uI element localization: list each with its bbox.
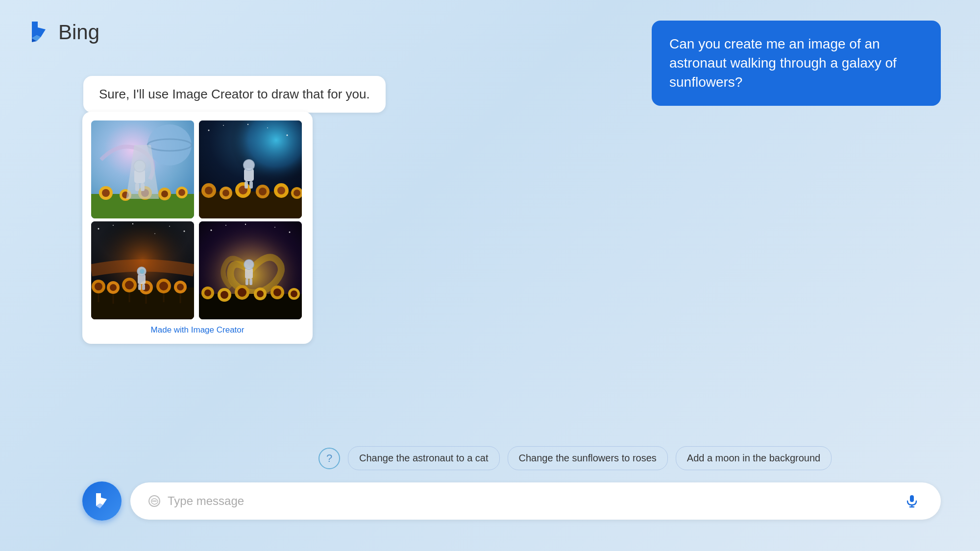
svg-point-44: [98, 228, 99, 230]
bot-response-content: Sure, I'll use Image Creator to draw tha…: [99, 87, 370, 101]
svg-point-85: [220, 291, 228, 299]
svg-rect-97: [249, 279, 252, 285]
svg-rect-16: [135, 183, 139, 191]
input-area: Type message: [82, 481, 941, 521]
svg-point-22: [287, 135, 288, 136]
suggestions-area: ? Change the astronaut to a cat Change t…: [318, 446, 941, 470]
svg-point-47: [169, 226, 170, 227]
svg-point-5: [102, 189, 110, 197]
svg-point-24: [247, 124, 248, 125]
svg-point-78: [289, 232, 291, 233]
svg-rect-96: [245, 279, 248, 285]
svg-point-37: [294, 190, 300, 196]
svg-point-20: [208, 130, 210, 131]
made-with-label: Made with Image Creator: [91, 325, 304, 335]
svg-point-59: [125, 281, 134, 289]
svg-point-35: [277, 187, 285, 194]
svg-rect-14: [134, 169, 145, 183]
svg-point-100: [154, 501, 155, 502]
image-creator-link[interactable]: Image Creator: [191, 325, 245, 335]
svg-point-65: [159, 282, 168, 290]
svg-rect-72: [138, 284, 141, 290]
svg-point-46: [184, 231, 185, 232]
svg-point-8: [138, 186, 152, 200]
bing-logo-icon: [27, 20, 52, 45]
suggestion-chip-1[interactable]: Change the astronaut to a cat: [348, 446, 500, 470]
mic-icon: [905, 494, 919, 508]
user-message-text: Can you create me an image of an astrona…: [669, 36, 897, 90]
generated-image-4[interactable]: [199, 221, 302, 319]
bing-button-icon: [92, 491, 112, 511]
bot-response: Sure, I'll use Image Creator to draw tha…: [83, 76, 386, 113]
generated-image-1[interactable]: [91, 120, 194, 218]
svg-point-68: [177, 284, 184, 290]
svg-point-95: [244, 260, 254, 269]
svg-rect-17: [141, 183, 145, 191]
suggestion-chip-3[interactable]: Add a moon in the background: [676, 446, 832, 470]
bot-response-text: Sure, I'll use Image Creator to draw tha…: [83, 76, 386, 113]
bing-logo-text: Bing: [58, 21, 99, 44]
header: Bing: [27, 20, 99, 45]
generated-image-3[interactable]: [91, 221, 194, 319]
chat-icon: [148, 495, 161, 507]
svg-point-39: [244, 160, 254, 170]
svg-rect-73: [142, 284, 145, 290]
svg-point-99: [152, 501, 154, 502]
svg-point-87: [238, 288, 246, 297]
input-placeholder-text: Type message: [168, 494, 244, 508]
svg-point-71: [140, 269, 145, 274]
svg-point-93: [291, 290, 297, 297]
svg-point-76: [211, 230, 212, 231]
bing-button[interactable]: [82, 481, 122, 521]
image-grid: [91, 120, 304, 319]
svg-point-1: [147, 124, 192, 166]
help-icon[interactable]: ?: [318, 448, 340, 469]
user-message-bubble: Can you create me an image of an astrona…: [652, 21, 941, 106]
microphone-button[interactable]: [901, 490, 923, 512]
svg-point-29: [222, 190, 229, 196]
generated-image-2[interactable]: [199, 120, 302, 218]
svg-point-9: [141, 189, 149, 197]
svg-point-21: [223, 125, 224, 126]
svg-point-45: [113, 225, 114, 226]
suggestion-chip-2[interactable]: Change the sunflowers to roses: [508, 446, 668, 470]
message-input-box[interactable]: Type message: [130, 482, 941, 520]
svg-point-7: [122, 192, 129, 198]
svg-rect-102: [910, 495, 914, 502]
svg-point-80: [245, 224, 246, 225]
svg-point-53: [95, 283, 102, 290]
svg-rect-81: [199, 294, 302, 319]
image-grid-container: Made with Image Creator: [82, 112, 313, 344]
svg-point-11: [161, 191, 168, 197]
input-placeholder: Type message: [148, 494, 244, 508]
svg-rect-40: [245, 181, 248, 189]
svg-point-77: [225, 225, 226, 226]
svg-point-23: [267, 127, 268, 128]
svg-point-56: [110, 284, 117, 291]
svg-point-33: [259, 188, 267, 195]
svg-point-79: [274, 227, 275, 228]
svg-point-91: [273, 288, 281, 296]
svg-rect-41: [249, 181, 253, 189]
svg-point-48: [132, 223, 133, 224]
svg-point-15: [134, 160, 146, 172]
svg-point-83: [204, 289, 211, 296]
svg-point-13: [178, 189, 185, 196]
svg-point-27: [205, 187, 213, 194]
svg-point-49: [154, 233, 155, 234]
svg-point-89: [257, 290, 264, 297]
svg-point-101: [155, 501, 157, 502]
